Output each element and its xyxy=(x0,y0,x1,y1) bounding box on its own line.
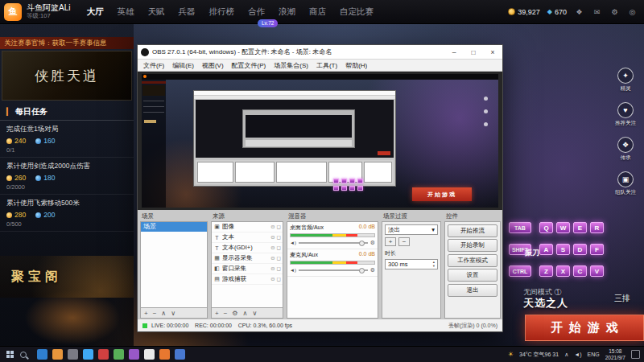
source-item[interactable]: ▤ 游戏捕获 ⊙ ◻ xyxy=(212,274,283,285)
source-down-icon[interactable]: ∨ xyxy=(252,310,257,317)
taskbar-app-icon[interactable] xyxy=(129,349,139,360)
menu-scene-collection[interactable]: 场景集合(S) xyxy=(270,61,312,70)
task-item[interactable]: 累计使用剑造成2000点伤害 260 180 0/2000 xyxy=(0,158,134,195)
mail-icon[interactable]: ✉ xyxy=(592,8,602,16)
remove-source-icon[interactable]: − xyxy=(224,310,228,317)
search-icon[interactable] xyxy=(20,352,27,358)
heritage-entry[interactable]: ❖ 传承 xyxy=(607,137,644,162)
taskbar-app-icon[interactable] xyxy=(159,349,170,360)
visibility-eye-icon[interactable]: ⊙ xyxy=(270,255,275,261)
scene-up-icon[interactable]: ∧ xyxy=(161,310,166,317)
scene-down-icon[interactable]: ∨ xyxy=(171,310,175,317)
weather-widget[interactable]: 34°C 空气96 31 xyxy=(519,351,559,359)
source-item[interactable]: T 文本 ⊙ ◻ xyxy=(212,232,283,243)
start-recording-button[interactable]: 开始录制 xyxy=(448,239,497,252)
taskbar-app-icon[interactable] xyxy=(175,349,185,360)
lock-icon[interactable]: ◻ xyxy=(277,234,281,241)
taskbar-app-icon[interactable] xyxy=(83,349,93,360)
nav-tab-wave[interactable]: 浪潮 xyxy=(279,6,295,18)
treasure-pavilion[interactable]: 聚宝阁 xyxy=(0,256,134,298)
close-icon[interactable]: × xyxy=(483,45,502,60)
spin-down-icon[interactable]: ▾ xyxy=(433,265,435,268)
task-item[interactable]: 完成任意1场对局 240 160 0/1 xyxy=(0,121,134,158)
start-streaming-button[interactable]: 开始推流 xyxy=(448,224,497,237)
sprite-entry[interactable]: ✦ 精灵 xyxy=(607,68,644,93)
lock-icon[interactable]: ◻ xyxy=(277,255,281,261)
speaker-icon[interactable]: ◄) xyxy=(290,268,296,273)
source-item[interactable]: T 文本(GDI+) ⊙ ◻ xyxy=(212,243,283,253)
taskbar-app-icon[interactable] xyxy=(37,349,47,360)
visibility-eye-icon[interactable]: ⊙ xyxy=(270,234,275,241)
volume-icon[interactable]: ◄) xyxy=(574,352,581,357)
volume-slider[interactable] xyxy=(299,242,368,244)
start-game-button[interactable]: 开始游戏 xyxy=(525,315,644,341)
notification-center-icon[interactable] xyxy=(631,350,640,359)
volume-slider[interactable] xyxy=(299,269,368,271)
start-menu-icon[interactable] xyxy=(6,351,14,358)
duration-spinner[interactable]: 300 ms ▴ ▾ xyxy=(385,259,438,269)
event-poster[interactable]: 侠胜天逍 xyxy=(2,51,132,101)
lock-icon[interactable]: ◻ xyxy=(277,265,281,272)
language-indicator[interactable]: ENG xyxy=(588,352,600,357)
nav-tab-talents[interactable]: 天赋 xyxy=(147,6,164,18)
lock-icon[interactable]: ◻ xyxy=(277,276,281,282)
nav-tab-custom-match[interactable]: 自定比赛 xyxy=(340,6,374,18)
channel-gear-icon[interactable]: ⚙ xyxy=(370,267,375,274)
taskbar-app-icon[interactable] xyxy=(98,349,109,360)
menu-file[interactable]: 文件(F) xyxy=(139,61,168,70)
team-size-label[interactable]: 三排 xyxy=(614,293,630,304)
add-scene-icon[interactable]: + xyxy=(144,310,148,317)
remove-scene-icon[interactable]: − xyxy=(153,310,157,317)
lock-icon[interactable]: ◻ xyxy=(277,245,281,251)
nav-tab-lobby[interactable]: 大厅 xyxy=(86,6,103,18)
source-item[interactable]: ◧ 窗口采集 ⊙ ◻ xyxy=(212,264,283,274)
obs-preview-area[interactable]: 开始游戏 xyxy=(138,72,502,210)
nav-tab-weapons[interactable]: 兵器 xyxy=(178,6,195,18)
task-item[interactable]: 累计使用飞索移动500米 280 200 0/500 xyxy=(0,195,134,232)
source-up-icon[interactable]: ∧ xyxy=(243,310,248,317)
add-transition-icon[interactable]: + xyxy=(385,237,396,246)
obs-titlebar[interactable]: OBS 27.0.1 (64-bit, windows) - 配置文件: 未命名… xyxy=(138,45,502,60)
source-item[interactable]: ▦ 显示器采集 ⊙ ◻ xyxy=(212,253,283,264)
taskbar-app-icon[interactable] xyxy=(68,349,78,360)
volume-slider-knob[interactable] xyxy=(359,268,365,274)
speaker-icon[interactable]: ◄) xyxy=(290,241,296,245)
maximize-icon[interactable]: □ xyxy=(464,45,483,60)
add-source-icon[interactable]: + xyxy=(215,310,219,317)
studio-mode-button[interactable]: 工作室模式 xyxy=(448,254,497,267)
transition-select[interactable]: 淡出 ▾ xyxy=(385,224,438,235)
menu-view[interactable]: 视图(V) xyxy=(198,61,228,70)
nav-tab-coop[interactable]: 合作 xyxy=(248,6,265,18)
team-follow-entry[interactable]: ▣ 组队关注 xyxy=(607,171,644,196)
menu-edit[interactable]: 编辑(E) xyxy=(168,61,198,70)
tray-expand-icon[interactable]: ∧ xyxy=(564,352,568,358)
visibility-eye-icon[interactable]: ⊙ xyxy=(270,265,275,272)
source-item[interactable]: ▣ 图像 ⊙ ◻ xyxy=(212,222,283,232)
taskbar-app-icon[interactable] xyxy=(52,349,63,360)
scene-item[interactable]: 场景 xyxy=(141,222,207,232)
menu-help[interactable]: 帮助(H) xyxy=(341,61,371,70)
settings-icon[interactable]: ⚙ xyxy=(609,8,620,16)
remove-transition-icon[interactable]: − xyxy=(398,237,410,246)
visibility-eye-icon[interactable]: ⊙ xyxy=(270,245,275,251)
settings-button[interactable]: 设置 xyxy=(448,269,497,282)
nav-tab-ranking[interactable]: 排行榜 xyxy=(208,6,234,18)
lock-icon[interactable]: ◻ xyxy=(277,224,281,230)
gift-icon[interactable]: ❖ xyxy=(574,8,584,16)
source-properties-gear-icon[interactable]: ⚙ xyxy=(232,310,237,317)
volume-slider-knob[interactable] xyxy=(359,241,365,246)
power-icon[interactable]: ◎ xyxy=(627,8,638,16)
exit-button[interactable]: 退出 xyxy=(448,284,497,297)
minimize-icon[interactable]: – xyxy=(444,45,464,60)
clock[interactable]: 15:08 2021/9/7 xyxy=(605,348,625,361)
nav-tab-heroes[interactable]: 英雄 xyxy=(117,6,134,18)
visibility-eye-icon[interactable]: ⊙ xyxy=(270,276,275,282)
esports-banner[interactable]: 关注赛事官博：获取一手赛事信息 xyxy=(0,37,134,49)
visibility-eye-icon[interactable]: ⊙ xyxy=(270,224,275,230)
nav-tab-shop[interactable]: 商店 xyxy=(309,6,326,18)
taskbar-app-icon[interactable] xyxy=(144,349,155,360)
recommend-follow-entry[interactable]: ♥ 推荐关注 xyxy=(607,102,644,127)
channel-gear-icon[interactable]: ⚙ xyxy=(370,240,375,246)
menu-profile[interactable]: 配置文件(P) xyxy=(228,61,270,70)
taskbar-app-icon[interactable] xyxy=(114,349,124,360)
